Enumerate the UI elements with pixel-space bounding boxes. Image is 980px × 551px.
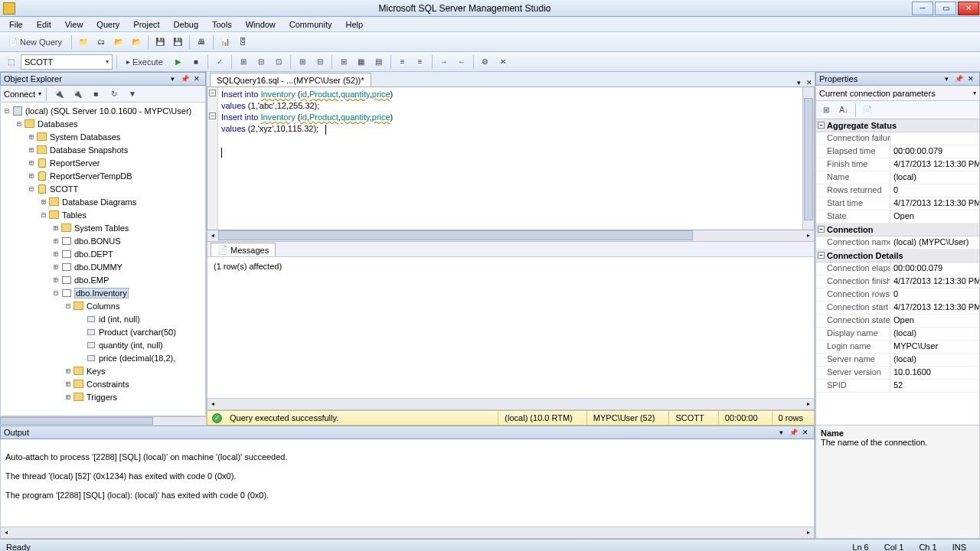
- scroll-left-icon[interactable]: ◂: [207, 399, 218, 409]
- keys-node[interactable]: Keys: [87, 367, 105, 376]
- open-folder-button[interactable]: 📂: [111, 34, 126, 50]
- scroll-right-icon[interactable]: ▸: [803, 527, 814, 537]
- scroll-right-icon[interactable]: ▸: [803, 230, 814, 240]
- output-body[interactable]: Auto-attach to process '[2288] [SQL] (lo…: [0, 439, 815, 527]
- messages-pane[interactable]: (1 row(s) affected): [207, 257, 815, 399]
- debug-button[interactable]: ▶: [171, 54, 186, 70]
- query-options-button[interactable]: ⊟: [253, 54, 269, 70]
- fold-icon[interactable]: −: [209, 90, 216, 96]
- stop-button[interactable]: ■: [88, 86, 103, 102]
- dropdown-icon[interactable]: ▾: [167, 73, 178, 84]
- pin-icon[interactable]: 📌: [788, 427, 799, 438]
- menu-debug[interactable]: Debug: [168, 18, 204, 31]
- rstmp-node[interactable]: ReportServerTempDB: [50, 171, 132, 181]
- registered-button[interactable]: 🗄: [235, 34, 250, 50]
- menu-edit[interactable]: Edit: [31, 18, 57, 31]
- parse-button[interactable]: ✓: [212, 54, 227, 70]
- sql-editor[interactable]: − − Insert into Inventory (id,Product,qu…: [207, 86, 815, 230]
- include-stats-button[interactable]: ⊟: [312, 54, 328, 70]
- object-tree[interactable]: ⊟(local) (SQL Server 10.0.1600 - MYPC\Us…: [0, 103, 206, 416]
- alphabetical-button[interactable]: A↓: [836, 103, 851, 118]
- dropdown-icon[interactable]: ▾: [941, 73, 952, 84]
- dbsnap-node[interactable]: Database Snapshots: [50, 145, 128, 155]
- col-id-node[interactable]: id (int, null): [99, 315, 140, 324]
- databases-node[interactable]: Databases: [38, 119, 78, 129]
- triggers-node[interactable]: Triggers: [87, 393, 117, 402]
- save-button[interactable]: 💾: [152, 34, 168, 50]
- close-button[interactable]: ✕: [958, 2, 979, 15]
- rs-node[interactable]: ReportServer: [50, 158, 100, 168]
- print-button[interactable]: 🖶: [194, 34, 209, 50]
- close-icon[interactable]: ✕: [965, 73, 976, 84]
- menu-file[interactable]: File: [3, 18, 29, 31]
- save-all-button[interactable]: 💾: [170, 34, 185, 50]
- col-qty-node[interactable]: quantity (int, null): [99, 341, 163, 350]
- database-combo[interactable]: SCOTT▾: [21, 54, 113, 70]
- menu-help[interactable]: Help: [339, 18, 369, 31]
- db-dropdown-icon[interactable]: ⬚: [3, 54, 18, 70]
- editor-tab[interactable]: SQLQuery16.sql - ...(MYPC\User (52))*: [210, 73, 371, 86]
- editor-vscrollbar[interactable]: [802, 87, 814, 230]
- results-file-button[interactable]: ▤: [371, 54, 387, 70]
- minimize-button[interactable]: ─: [912, 2, 933, 15]
- scroll-left-icon[interactable]: ◂: [1, 527, 11, 537]
- col-price-node[interactable]: price (decimal(18,2),: [99, 354, 175, 363]
- connect-button[interactable]: 🔌: [51, 86, 67, 102]
- sysdb-node[interactable]: System Databases: [50, 132, 120, 142]
- menu-view[interactable]: View: [59, 18, 90, 31]
- messages-hscrollbar[interactable]: ◂ ▸: [207, 399, 815, 410]
- open-db-button[interactable]: 🗂: [93, 34, 109, 50]
- properties-grid[interactable]: −Aggregate Status Connection failure Ela…: [815, 119, 980, 425]
- dummy-node[interactable]: dbo.DUMMY: [74, 262, 122, 272]
- open-button[interactable]: 📁: [76, 34, 91, 50]
- tab-close-icon[interactable]: ✕: [804, 79, 815, 86]
- menu-community[interactable]: Community: [283, 18, 338, 31]
- emp-node[interactable]: dbo.EMP: [74, 276, 109, 285]
- disconnect-button[interactable]: 🔌: [70, 86, 85, 102]
- property-pages-button[interactable]: 📄: [860, 103, 875, 118]
- messages-tab[interactable]: 📄Messages: [211, 243, 276, 256]
- chevron-down-icon[interactable]: ▾: [38, 90, 41, 97]
- output-hscrollbar[interactable]: ◂ ▸: [0, 527, 815, 539]
- categorized-button[interactable]: ⊞: [818, 103, 834, 118]
- scott-node[interactable]: SCOTT: [50, 184, 78, 194]
- comment-button[interactable]: ≡: [395, 54, 410, 70]
- close-icon[interactable]: ✕: [800, 427, 811, 438]
- columns-node[interactable]: Columns: [87, 302, 119, 311]
- tab-dropdown-icon[interactable]: ▾: [793, 79, 804, 86]
- specify-values-button[interactable]: ⚙: [478, 54, 493, 70]
- open-folder2-button[interactable]: 📂: [129, 34, 144, 50]
- new-query-button[interactable]: 📄 New Query: [3, 34, 67, 50]
- close-icon[interactable]: ✕: [191, 73, 202, 84]
- constraints-node[interactable]: Constraints: [87, 380, 129, 389]
- inventory-node[interactable]: dbo.Inventory: [74, 288, 129, 298]
- uncomment-button[interactable]: ≡: [413, 54, 428, 70]
- stop-button[interactable]: ■: [188, 54, 204, 70]
- intellisense-button[interactable]: ⊡: [271, 54, 286, 70]
- props-subtitle[interactable]: Current connection parameters ▾: [815, 86, 980, 101]
- fold-icon[interactable]: −: [209, 112, 216, 119]
- outdent-button[interactable]: ←: [454, 54, 469, 70]
- menu-query[interactable]: Query: [90, 18, 126, 31]
- results-text-button[interactable]: ⊞: [336, 54, 351, 70]
- scroll-right-icon[interactable]: ▸: [803, 399, 814, 409]
- maximize-button[interactable]: ▭: [935, 2, 956, 15]
- include-plan-button[interactable]: ⊞: [295, 54, 310, 70]
- menu-project[interactable]: Project: [127, 18, 165, 31]
- editor-hscrollbar[interactable]: ◂ ▸: [207, 230, 815, 242]
- tables-node[interactable]: Tables: [62, 210, 87, 220]
- systables-node[interactable]: System Tables: [74, 223, 129, 233]
- refresh-button[interactable]: ↻: [106, 86, 122, 102]
- results-grid-button[interactable]: ▦: [354, 54, 369, 70]
- cancel-query-button[interactable]: ✕: [495, 54, 511, 70]
- bonus-node[interactable]: dbo.BONUS: [74, 236, 121, 246]
- estimated-plan-button[interactable]: ⊞: [236, 54, 251, 70]
- activity-button[interactable]: 📊: [217, 34, 233, 50]
- indent-button[interactable]: →: [436, 54, 452, 70]
- menu-window[interactable]: Window: [240, 18, 282, 31]
- scroll-left-icon[interactable]: ◂: [207, 230, 218, 240]
- execute-button[interactable]: ▸ Execute: [121, 54, 168, 70]
- filter-button[interactable]: ▼: [125, 86, 140, 102]
- pin-icon[interactable]: 📌: [953, 73, 964, 84]
- pin-icon[interactable]: 📌: [179, 73, 190, 84]
